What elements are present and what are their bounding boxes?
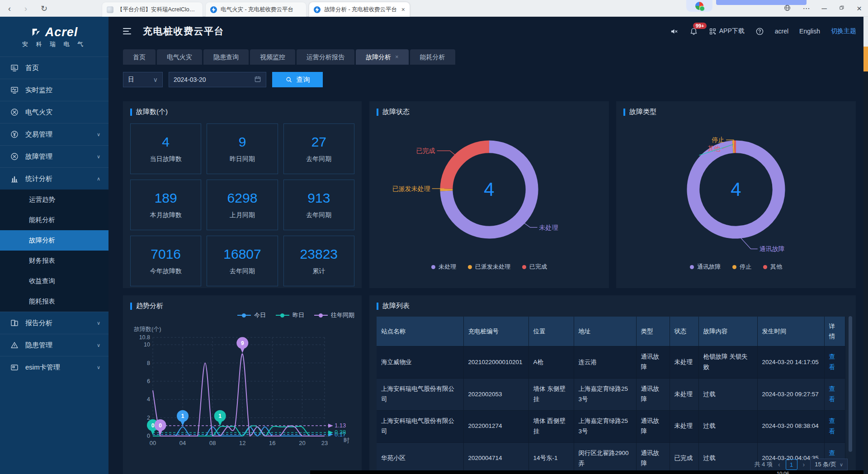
cell-address: 闵行区北翟路2900弄	[574, 442, 636, 474]
workspace-tab[interactable]: 隐患查询	[203, 49, 249, 65]
table-scrollbar[interactable]	[849, 316, 852, 452]
sidebar-item[interactable]: 隐患管理∨	[0, 334, 108, 356]
tab-close-icon[interactable]: ×	[401, 6, 405, 13]
browser-tab[interactable]: 【平台介绍】安科瑞AcrelCloud-9	[102, 2, 203, 17]
view-detail-link[interactable]: 查看	[829, 385, 835, 403]
balloon-value: 9	[241, 340, 244, 346]
language-switch[interactable]: English	[799, 28, 820, 35]
tab-title: 电气火灾 - 充电桩收费云平台	[221, 6, 302, 14]
fault-status-legend: 未处理已派发未处理已完成	[377, 263, 602, 271]
workspace-tab[interactable]: 视频监控	[250, 49, 295, 65]
legend-item[interactable]: 通讯故障	[690, 263, 721, 271]
sidebar-item[interactable]: 报告分析∨	[0, 312, 108, 334]
panel-title: 趋势分析	[130, 302, 354, 310]
cell-time: 2024-03-20 14:17:05	[757, 346, 824, 379]
browser-extension-icon[interactable]	[686, 0, 712, 12]
cell-status: 未处理	[670, 410, 698, 442]
tab-close-icon[interactable]: ×	[395, 49, 399, 65]
current-page[interactable]: 1	[786, 459, 797, 470]
next-page-icon[interactable]: ›	[803, 461, 805, 468]
workspace-tab[interactable]: 能耗分析	[410, 49, 455, 65]
brand-name: Acrel	[45, 25, 78, 39]
sidebar-item[interactable]: 统计分析∧	[0, 167, 108, 190]
sidebar-item[interactable]: esim卡管理∨	[0, 356, 108, 378]
sidebar-item[interactable]: 交易管理∨	[0, 123, 108, 145]
sidebar-subitem[interactable]: 能耗分析	[0, 210, 108, 230]
sidebar-item[interactable]: 电气火灾	[0, 101, 108, 123]
minimize-icon[interactable]: ─	[822, 5, 827, 12]
notifications-button[interactable]: 99+	[689, 27, 698, 36]
sidebar-subitem[interactable]: 能耗报表	[0, 291, 108, 312]
y-tick-label: 4	[147, 396, 150, 403]
sidebar-item[interactable]: 首页	[0, 57, 108, 79]
page-size-select[interactable]: 15 条/页 ∨	[810, 459, 848, 470]
legend-item[interactable]: 今日	[237, 311, 266, 319]
sidebar-submenu: 运营趋势能耗分析故障分析财务报表收益查询能耗报表	[0, 190, 108, 312]
fault-status-donut-chart[interactable]: 4已完成已派发未处理未处理	[377, 116, 602, 260]
date-input[interactable]: 2024-03-20	[169, 72, 266, 87]
browser-tab[interactable]: 故障分析 - 充电桩收费云平台×	[309, 2, 410, 17]
stat-value: 16807	[223, 246, 261, 262]
stat-card: 6298上月同期	[207, 180, 278, 230]
sidebar-item[interactable]: 实时监控	[0, 79, 108, 101]
sidebar-item-label: 交易管理	[25, 130, 52, 139]
stat-label: 今年故障数	[150, 267, 182, 275]
y-axis-title: 故障数(个)	[134, 326, 161, 332]
period-select[interactable]: 日∨	[123, 72, 163, 87]
sidebar-subitem[interactable]: 故障分析	[0, 230, 108, 251]
close-icon[interactable]: ×	[857, 4, 862, 13]
balloon-value: 1	[181, 413, 184, 419]
legend-item[interactable]: 往年同期	[314, 311, 354, 319]
view-detail-link[interactable]: 查看	[829, 417, 835, 435]
sidebar-subitem[interactable]: 收益查询	[0, 271, 108, 291]
workspace-tab[interactable]: 电气火灾	[157, 49, 202, 65]
sidebar-item[interactable]: 故障管理∨	[0, 145, 108, 167]
forward-icon[interactable]: ›	[24, 5, 27, 13]
back-icon[interactable]: ‹	[8, 5, 11, 13]
sidebar-subitem[interactable]: 财务报表	[0, 251, 108, 271]
help-icon	[755, 27, 764, 36]
legend-item[interactable]: 已派发未处理	[468, 263, 510, 271]
sidebar-subitem[interactable]: 运营趋势	[0, 190, 108, 210]
average-value-label: 1.13	[335, 422, 346, 429]
prev-page-icon[interactable]: ‹	[778, 461, 780, 468]
workspace-tab[interactable]: 运营分析报告	[297, 49, 354, 65]
username[interactable]: acrel	[775, 28, 788, 35]
page-scrollbar[interactable]	[863, 17, 868, 474]
legend-item[interactable]: 未处理	[431, 263, 456, 271]
restore-icon[interactable]	[839, 5, 845, 12]
cell-time: 2024-03-20 08:38:04	[757, 410, 824, 442]
chevron-down-icon: ∨	[97, 320, 100, 326]
mute-icon[interactable]	[670, 27, 679, 36]
stat-label: 去年同期	[230, 267, 255, 275]
theme-switch-link[interactable]: 切换主题	[831, 27, 856, 35]
filter-bar: 日∨ 2024-03-20 查询	[123, 72, 323, 87]
legend-item[interactable]: 已完成	[522, 263, 547, 271]
fault-type-donut-chart[interactable]: 4停止其他通讯故障	[623, 116, 849, 260]
reload-icon[interactable]: ↻	[41, 5, 47, 13]
legend-item[interactable]: 停止	[732, 263, 751, 271]
stat-card: 9昨日同期	[207, 123, 278, 174]
app-download-button[interactable]: APP下载	[709, 27, 745, 35]
cell-address: 上海嘉定育绿路253号	[574, 410, 636, 442]
cell-time: 2024-03-20 09:27:57	[757, 379, 824, 411]
help-icon[interactable]	[755, 27, 764, 36]
view-detail-link[interactable]: 查看	[829, 353, 835, 370]
search-button[interactable]: 查询	[272, 72, 323, 87]
browser-nav: ‹ › ↻	[8, 0, 47, 17]
workspace-tab[interactable]: 首页	[123, 49, 156, 65]
browser-tab[interactable]: 电气火灾 - 充电桩收费云平台	[205, 2, 307, 17]
y-tick-label: 0	[147, 433, 150, 439]
y-tick-label: 2	[147, 415, 150, 421]
legend-item[interactable]: 昨日	[276, 311, 304, 319]
globe-icon[interactable]	[783, 4, 791, 13]
tab-favicon	[314, 6, 321, 13]
tab-favicon	[107, 6, 113, 13]
trend-line-chart[interactable]: 故障数(个)024681010.800040812162023时0.170.38…	[130, 319, 354, 456]
trend-series-line[interactable]	[153, 354, 325, 436]
legend-item[interactable]: 其他	[763, 263, 782, 271]
workspace-tab[interactable]: 故障分析×	[356, 49, 409, 65]
cell-status: 已完成	[670, 442, 698, 474]
browser-menu-icon[interactable]: ⋯	[803, 5, 810, 12]
collapse-sidebar-icon[interactable]	[123, 28, 133, 34]
